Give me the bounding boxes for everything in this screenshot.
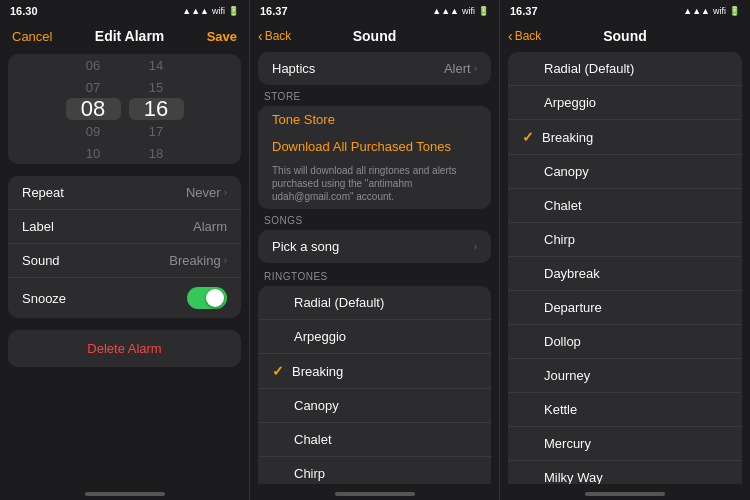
ringtone-radial[interactable]: Radial (Default) — [258, 286, 491, 320]
tone-store-link[interactable]: Tone Store — [272, 112, 335, 127]
r-radial[interactable]: Radial (Default) — [508, 52, 742, 86]
signal-icon-2: ▲▲▲ — [432, 6, 459, 16]
haptics-section: Haptics Alert › — [258, 52, 491, 85]
ringtone-canopy[interactable]: Canopy — [258, 389, 491, 423]
minute-17: 17 — [129, 120, 184, 142]
hour-selected: 08 — [66, 98, 121, 120]
ringtones-list-2: Radial (Default) Arpeggio ✓ Breaking Can… — [258, 286, 491, 484]
back-button-2[interactable]: ‹ Back — [258, 28, 291, 44]
status-bar-1: 16.30 ▲▲▲ wifi 🔋 — [0, 0, 249, 22]
tone-store-row[interactable]: Tone Store — [258, 106, 491, 133]
haptics-row[interactable]: Haptics Alert › — [258, 52, 491, 85]
sound-nav-title-3: Sound — [603, 28, 647, 44]
back-chevron-3: ‹ — [508, 28, 513, 44]
sound-row[interactable]: Sound Breaking › — [8, 244, 241, 278]
ringtone-label-radial: Radial (Default) — [294, 295, 384, 310]
wifi-icon-2: wifi — [462, 6, 475, 16]
back-chevron-2: ‹ — [258, 28, 263, 44]
songs-section: Pick a song › — [258, 230, 491, 263]
store-section-header: STORE — [250, 87, 499, 104]
r-milkyway[interactable]: Milky Way — [508, 461, 742, 484]
minute-15: 15 — [129, 76, 184, 98]
status-time-1: 16.30 — [10, 5, 38, 17]
signal-icon-3: ▲▲▲ — [683, 6, 710, 16]
status-icons-3: ▲▲▲ wifi 🔋 — [683, 6, 740, 16]
time-picker[interactable]: 06 07 08 09 10 14 15 16 17 18 — [8, 54, 241, 164]
ringtone-breaking[interactable]: ✓ Breaking — [258, 354, 491, 389]
ringtone-label-breaking: Breaking — [292, 364, 343, 379]
home-bar-2 — [335, 492, 415, 496]
repeat-row[interactable]: Repeat Never › — [8, 176, 241, 210]
store-section: Tone Store Download All Purchased Tones … — [258, 106, 491, 209]
store-note: This will download all ringtones and ale… — [258, 160, 491, 209]
hour-07: 07 — [66, 76, 121, 98]
repeat-label: Repeat — [22, 185, 64, 200]
r-label-chalet: Chalet — [544, 198, 582, 213]
back-button-3[interactable]: ‹ Back — [508, 28, 541, 44]
label-row[interactable]: Label Alarm — [8, 210, 241, 244]
pick-song-label: Pick a song — [272, 239, 339, 254]
ringtone-chirp-2[interactable]: Chirp — [258, 457, 491, 484]
ringtone-label-chirp-2: Chirp — [294, 466, 325, 481]
r-breaking[interactable]: ✓ Breaking — [508, 120, 742, 155]
sound-chevron: › — [224, 255, 227, 266]
r-label-departure: Departure — [544, 300, 602, 315]
minutes-picker[interactable]: 14 15 16 17 18 — [129, 54, 184, 164]
r-label-canopy: Canopy — [544, 164, 589, 179]
snooze-toggle[interactable] — [187, 287, 227, 309]
ringtone-chalet-2[interactable]: Chalet — [258, 423, 491, 457]
hour-06: 06 — [66, 54, 121, 76]
save-button[interactable]: Save — [207, 29, 237, 44]
cancel-button[interactable]: Cancel — [12, 29, 52, 44]
status-icons-1: ▲▲▲ wifi 🔋 — [182, 6, 239, 16]
label-value: Alarm — [193, 219, 227, 234]
pick-song-chevron: › — [474, 241, 477, 252]
r-arpeggio[interactable]: Arpeggio — [508, 86, 742, 120]
ringtones-list-3: Radial (Default) Arpeggio ✓ Breaking Can… — [508, 52, 742, 484]
sound-value: Breaking › — [169, 253, 227, 268]
r-mercury[interactable]: Mercury — [508, 427, 742, 461]
wifi-icon-3: wifi — [713, 6, 726, 16]
r-label-journey: Journey — [544, 368, 590, 383]
hour-10: 10 — [66, 142, 121, 164]
r-label-dollop: Dollop — [544, 334, 581, 349]
haptics-label: Haptics — [272, 61, 315, 76]
battery-icon: 🔋 — [228, 6, 239, 16]
r-daybreak[interactable]: Daybreak — [508, 257, 742, 291]
label-label: Label — [22, 219, 54, 234]
home-indicator-2 — [250, 484, 499, 500]
signal-icon: ▲▲▲ — [182, 6, 209, 16]
r-canopy[interactable]: Canopy — [508, 155, 742, 189]
battery-icon-3: 🔋 — [729, 6, 740, 16]
r-departure[interactable]: Departure — [508, 291, 742, 325]
status-icons-2: ▲▲▲ wifi 🔋 — [432, 6, 489, 16]
ringtone-label-canopy: Canopy — [294, 398, 339, 413]
ringtone-label-arpeggio: Arpeggio — [294, 329, 346, 344]
alarm-settings-group: Repeat Never › Label Alarm Sound Breakin… — [8, 176, 241, 318]
r-kettle[interactable]: Kettle — [508, 393, 742, 427]
wifi-icon: wifi — [212, 6, 225, 16]
status-time-2: 16.37 — [260, 5, 288, 17]
pick-song-row[interactable]: Pick a song › — [258, 230, 491, 263]
hours-picker[interactable]: 06 07 08 09 10 — [66, 54, 121, 164]
back-label-2: Back — [265, 29, 292, 43]
download-tones-row[interactable]: Download All Purchased Tones — [258, 133, 491, 160]
ringtones-scroll-3[interactable]: Radial (Default) Arpeggio ✓ Breaking Can… — [500, 50, 750, 484]
status-time-3: 16.37 — [510, 5, 538, 17]
haptics-value: Alert › — [444, 61, 477, 76]
home-indicator-3 — [500, 484, 750, 500]
download-tones-link[interactable]: Download All Purchased Tones — [272, 139, 451, 154]
r-label-daybreak: Daybreak — [544, 266, 600, 281]
ringtones-scroll-2[interactable]: Radial (Default) Arpeggio ✓ Breaking Can… — [250, 284, 499, 484]
snooze-row[interactable]: Snooze — [8, 278, 241, 318]
ringtone-arpeggio[interactable]: Arpeggio — [258, 320, 491, 354]
minute-selected: 16 — [129, 98, 184, 120]
hour-09: 09 — [66, 120, 121, 142]
r-chirp[interactable]: Chirp — [508, 223, 742, 257]
home-indicator-1 — [0, 484, 249, 500]
delete-alarm-button[interactable]: Delete Alarm — [8, 330, 241, 367]
sound-nav-title-2: Sound — [353, 28, 397, 44]
r-chalet[interactable]: Chalet — [508, 189, 742, 223]
r-dollop[interactable]: Dollop — [508, 325, 742, 359]
r-journey[interactable]: Journey — [508, 359, 742, 393]
